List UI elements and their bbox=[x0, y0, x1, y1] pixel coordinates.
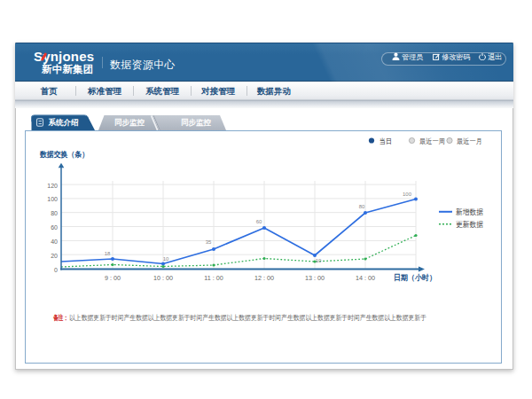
svg-text:备注：: 备注： bbox=[53, 314, 68, 322]
svg-text:当日: 当日 bbox=[379, 137, 392, 145]
svg-text:日期（小时）: 日期（小时） bbox=[394, 273, 436, 282]
svg-text:10 : 00: 10 : 00 bbox=[153, 274, 173, 282]
svg-text:以上数据更新于时间产生数据以上数据更新于时间产生数据以上数据: 以上数据更新于时间产生数据以上数据更新于时间产生数据以上数据更新于时间产生数据以… bbox=[69, 314, 426, 322]
svg-text:120: 120 bbox=[47, 183, 58, 189]
svg-text:11 : 00: 11 : 00 bbox=[204, 274, 223, 282]
svg-text:最近一周: 最近一周 bbox=[419, 137, 445, 145]
svg-text:100: 100 bbox=[47, 196, 58, 202]
svg-text:系统介绍: 系统介绍 bbox=[48, 118, 80, 127]
svg-text:80: 80 bbox=[51, 210, 58, 216]
svg-text:9 : 00: 9 : 00 bbox=[105, 274, 121, 282]
svg-text:数据交换（条）: 数据交换（条） bbox=[39, 150, 89, 159]
svg-text:新增数据: 新增数据 bbox=[456, 207, 483, 216]
svg-text:20: 20 bbox=[51, 253, 58, 259]
svg-text:100: 100 bbox=[403, 192, 412, 197]
svg-text:12 : 00: 12 : 00 bbox=[254, 274, 274, 282]
svg-text:13 : 00: 13 : 00 bbox=[305, 274, 325, 282]
svg-text:0: 0 bbox=[54, 267, 58, 273]
svg-text:同步监控: 同步监控 bbox=[114, 118, 145, 127]
svg-text:18: 18 bbox=[105, 251, 111, 256]
svg-text:80: 80 bbox=[359, 204, 365, 209]
svg-text:14 : 00: 14 : 00 bbox=[356, 274, 375, 282]
svg-text:更新数据: 更新数据 bbox=[456, 220, 483, 229]
svg-text:60: 60 bbox=[51, 224, 58, 231]
svg-text:10: 10 bbox=[316, 258, 322, 263]
svg-text:35: 35 bbox=[206, 239, 212, 245]
svg-text:同步监控: 同步监控 bbox=[181, 118, 212, 127]
svg-text:10: 10 bbox=[163, 256, 169, 262]
svg-text:40: 40 bbox=[51, 239, 58, 245]
svg-text:60: 60 bbox=[256, 219, 262, 224]
svg-text:最近一月: 最近一月 bbox=[457, 137, 482, 145]
